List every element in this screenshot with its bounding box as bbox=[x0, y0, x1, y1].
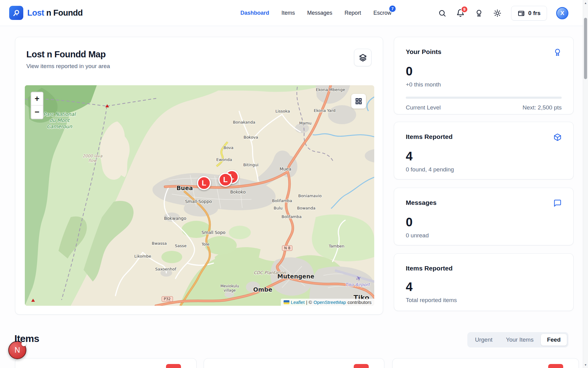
map-label-tamben: Tamben bbox=[329, 244, 345, 248]
points-value: 0 bbox=[406, 64, 562, 78]
items-tabs: UrgentYour ItemsFeed bbox=[467, 332, 568, 347]
wallet-balance: 0 frs bbox=[528, 10, 541, 17]
map-label-ekona-mbenge: Ekona Mbenge bbox=[316, 87, 345, 92]
grid-icon bbox=[355, 98, 362, 105]
scroll-down-arrow[interactable]: ▼ bbox=[583, 362, 588, 367]
lost-item-marker[interactable]: L bbox=[197, 176, 211, 190]
map-label-n-8: N 8 bbox=[282, 245, 292, 251]
reported-value: 4 bbox=[406, 149, 562, 163]
current-level-label: Current Level bbox=[406, 104, 441, 111]
map-label-boniamavio: Boniamavio bbox=[298, 194, 322, 198]
items-reported-card: Items Reported 4 0 found, 4 pending bbox=[394, 122, 574, 179]
lost-item-marker[interactable]: L bbox=[218, 173, 232, 187]
notification-badge: 9 bbox=[461, 6, 468, 13]
medal-icon[interactable] bbox=[474, 9, 484, 18]
avatar[interactable]: X bbox=[556, 7, 568, 19]
map-label-small-sopo: Small Sopo bbox=[202, 230, 225, 235]
map-label-parc-national-du-mont-cameroun: Parc National du Mont Cameroun bbox=[43, 111, 76, 130]
tab-your-items[interactable]: Your Items bbox=[500, 334, 540, 346]
reported-sub: 0 found, 4 pending bbox=[406, 166, 562, 173]
package-icon bbox=[553, 133, 562, 141]
logo-pin-icon bbox=[9, 6, 23, 20]
map-label-tiko-airport: Tiko Airport bbox=[345, 282, 370, 287]
map-card: Lost n Foundd Map View items reported in… bbox=[15, 37, 383, 315]
map-label-bova: Bova bbox=[224, 145, 234, 150]
wallet-button[interactable]: 0 frs bbox=[511, 6, 547, 21]
map-terrain bbox=[25, 85, 374, 306]
app-header: Lost n Foundd DashboardItemsMessagesRepo… bbox=[0, 0, 583, 26]
map-label-meviokulu-village: Meviokulu village bbox=[221, 284, 239, 293]
status-badge bbox=[354, 364, 369, 368]
map-label-small-soppo: Small-Soppo bbox=[185, 199, 212, 204]
nav-item-escrow[interactable]: Escrow7 bbox=[373, 10, 391, 16]
map-label-bokwango: Bokwango bbox=[164, 216, 187, 221]
messages-sub: 0 unread bbox=[406, 232, 562, 239]
messages-card: Messages 0 0 unread bbox=[394, 188, 574, 245]
items-total-card: Items Reported 4 Total reported items bbox=[394, 253, 574, 311]
map-zoom-control: + − bbox=[31, 92, 43, 119]
map-label-muea: Muea bbox=[280, 167, 291, 171]
map-label-bwassa: Bwassa bbox=[152, 241, 167, 246]
status-badge bbox=[548, 364, 563, 368]
map-label-bulu: Bulu bbox=[273, 206, 282, 210]
card-title: Messages bbox=[406, 199, 436, 206]
ukraine-flag-icon bbox=[284, 300, 289, 304]
card-title: Items Reported bbox=[406, 133, 453, 140]
leaflet-link[interactable]: Leaflet bbox=[291, 300, 305, 305]
map-label-ombe: Ombe bbox=[253, 286, 272, 293]
tab-urgent[interactable]: Urgent bbox=[469, 334, 499, 346]
map-canvas[interactable]: Ekona MbengeLissokaEkona YardBonakandaMa… bbox=[25, 85, 374, 306]
map-label-saxoenhof: Saxoenhof bbox=[155, 267, 176, 271]
nav-item-dashboard[interactable]: Dashboard bbox=[240, 10, 269, 16]
items-section-title: Items bbox=[14, 333, 39, 344]
zoom-in-button[interactable]: + bbox=[31, 92, 43, 105]
map-label-2000-lava-flow: 2000 lava flow bbox=[83, 154, 102, 163]
map-label-bowanda: Bowanda bbox=[297, 206, 315, 210]
brand-name: Lost n Foundd bbox=[27, 8, 83, 18]
map-grid-button[interactable] bbox=[351, 94, 366, 109]
tab-feed[interactable]: Feed bbox=[541, 334, 567, 346]
bell-icon[interactable]: 9 bbox=[456, 9, 465, 18]
map-label-bolifamba: Bolifamba bbox=[281, 214, 302, 219]
peak-icon bbox=[31, 299, 35, 302]
level-progress-bar bbox=[406, 97, 562, 99]
item-card[interactable] bbox=[392, 358, 579, 368]
map-card-subtitle: View items reported in your area bbox=[26, 63, 110, 70]
status-badge bbox=[166, 364, 181, 368]
map-label-lissoka: Lissoka bbox=[275, 109, 290, 113]
card-title: Your Points bbox=[406, 48, 441, 56]
map-label-tole: Tole bbox=[202, 242, 209, 247]
layers-icon bbox=[359, 53, 367, 62]
map-card-title: Lost n Foundd Map bbox=[26, 49, 106, 59]
nav-item-report[interactable]: Report bbox=[345, 10, 361, 16]
sun-icon[interactable] bbox=[493, 9, 502, 18]
item-card[interactable] bbox=[15, 358, 197, 368]
layers-button[interactable] bbox=[354, 49, 371, 66]
map-label-bonakanda: Bonakanda bbox=[233, 120, 255, 125]
map-label-p32: P32 bbox=[162, 296, 173, 302]
medal-icon bbox=[553, 48, 562, 56]
map-label-buea: Buea bbox=[176, 185, 193, 191]
fab-letter: N bbox=[14, 346, 20, 355]
map-label-bitingui: Bitingui bbox=[243, 163, 258, 167]
nav-item-items[interactable]: Items bbox=[281, 10, 295, 16]
map-label-mutengene: Mutengene bbox=[277, 273, 315, 280]
osm-link[interactable]: OpenStreetMap bbox=[314, 300, 346, 305]
item-card[interactable] bbox=[204, 358, 384, 368]
map-attribution: Leaflet | © OpenStreetMap contributors bbox=[281, 299, 374, 306]
zoom-out-button[interactable]: − bbox=[31, 105, 43, 119]
scroll-up-arrow[interactable]: ▲ bbox=[583, 1, 588, 6]
your-points-card: Your Points 0 +0 this month Current Leve… bbox=[394, 37, 574, 114]
total-value: 4 bbox=[406, 280, 562, 294]
card-title: Items Reported bbox=[406, 265, 453, 272]
map-label-ewonda: Ewonda bbox=[216, 157, 232, 162]
messages-value: 0 bbox=[406, 215, 562, 229]
brand-logo[interactable]: Lost n Foundd bbox=[9, 6, 83, 20]
nav-item-messages[interactable]: Messages bbox=[307, 10, 332, 16]
map-label-ekona-yard: Ekona Yard bbox=[314, 108, 335, 113]
scroll-thumb[interactable] bbox=[584, 18, 587, 79]
map-label-bokoko: Bokoko bbox=[230, 190, 246, 194]
escrow-badge: 7 bbox=[389, 5, 396, 13]
total-sub: Total reported items bbox=[406, 297, 562, 304]
search-icon[interactable] bbox=[438, 9, 447, 18]
